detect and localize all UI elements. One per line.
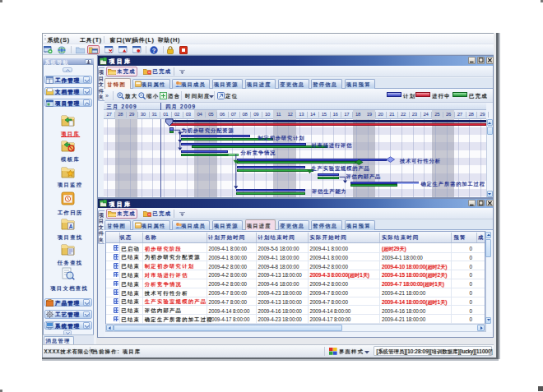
svg-text:?: ? (151, 46, 155, 53)
svg-text:A: A (69, 224, 73, 229)
